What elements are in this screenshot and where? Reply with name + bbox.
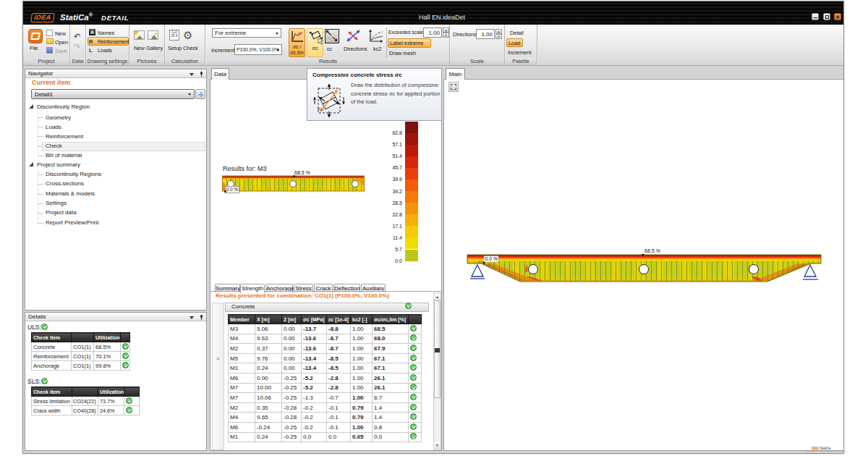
svg-text:0.0 %: 0.0 % [485,256,498,261]
svg-text:σ₂: σ₂ [318,106,323,111]
svg-text:68.5 %: 68.5 % [644,248,660,253]
svg-text:σ: σ [298,30,301,35]
